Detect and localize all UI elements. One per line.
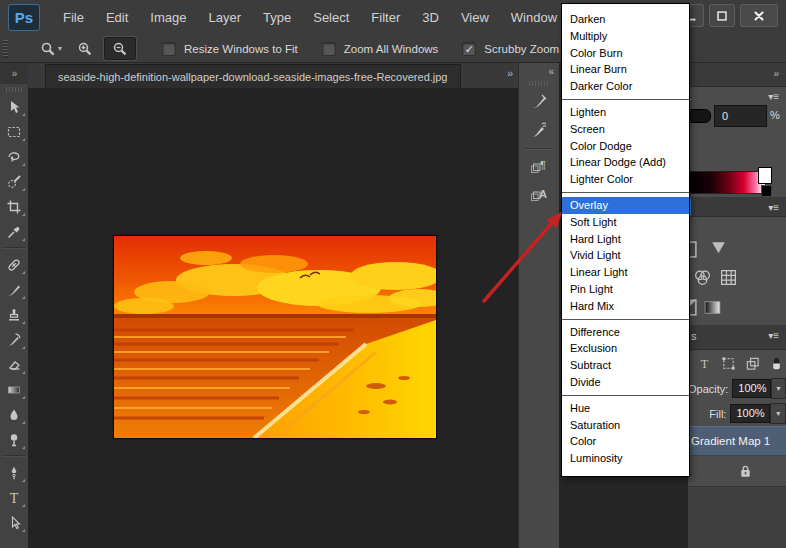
menu-layer[interactable]: Layer [198, 0, 253, 35]
checkbox-resize-windows-to-fit[interactable]: Resize Windows to Fit [162, 42, 298, 56]
tab-overflow-icon[interactable]: » [507, 67, 512, 79]
menu-type[interactable]: Type [252, 0, 302, 35]
circles-icon[interactable] [692, 267, 712, 287]
blend-mode-linear-light[interactable]: Linear Light [562, 264, 689, 281]
layer-row-background[interactable] [688, 455, 786, 486]
menu-file[interactable]: File [52, 0, 95, 35]
blend-mode-pin-light[interactable]: Pin Light [562, 281, 689, 298]
checkbox-box[interactable] [162, 42, 176, 56]
blend-mode-subtract[interactable]: Subtract [562, 357, 689, 374]
menu-image[interactable]: Image [139, 0, 197, 35]
eraser-tool[interactable] [0, 352, 28, 377]
menu-3d[interactable]: 3D [411, 0, 450, 35]
blend-mode-multiply[interactable]: Multiply [562, 28, 689, 45]
zoom-tool-select[interactable]: ▾ [36, 38, 66, 59]
menu-window[interactable]: Window [500, 0, 568, 35]
panel-menu-icon[interactable]: ▾≡ [768, 330, 779, 341]
blend-mode-darker-color[interactable]: Darker Color [562, 78, 689, 95]
character-styles-button[interactable]: A [524, 181, 554, 207]
options-bar-grip[interactable] [3, 40, 8, 58]
clone-stamp-tool[interactable] [0, 302, 28, 327]
pen-icon [6, 465, 22, 481]
gradient-box-icon[interactable] [702, 297, 722, 317]
opacity-value-field[interactable]: 100% [732, 379, 771, 398]
pen-tool[interactable] [0, 460, 28, 485]
marquee-tool[interactable] [0, 119, 28, 144]
layer-row-gradient-map[interactable]: Gradient Map 1 [688, 426, 786, 455]
blend-mode-linear-burn[interactable]: Linear Burn [562, 61, 689, 78]
blend-mode-difference[interactable]: Difference [562, 324, 689, 341]
close-button[interactable] [740, 4, 778, 27]
blend-mode-hard-light[interactable]: Hard Light [562, 231, 689, 248]
zoom-out-button[interactable] [104, 37, 136, 60]
opacity-dropdown-button[interactable]: ▾ [771, 378, 786, 399]
fill-value-field[interactable]: 100% [730, 404, 770, 423]
blur-tool[interactable] [0, 402, 28, 427]
expand-panel-button[interactable]: » [0, 62, 28, 85]
blend-mode-hard-mix[interactable]: Hard Mix [562, 298, 689, 315]
collapse-panels-button[interactable]: « [542, 62, 559, 79]
blend-mode-lighter-color[interactable]: Lighter Color [562, 171, 689, 188]
maximize-button[interactable] [709, 4, 735, 27]
healing-brush-tool[interactable] [0, 252, 28, 277]
crop-tool[interactable] [0, 194, 28, 219]
menu-edit[interactable]: Edit [95, 0, 139, 35]
fill-dropdown-button[interactable]: ▾ [770, 403, 786, 424]
path-selection-tool[interactable] [0, 510, 28, 535]
lasso-tool[interactable] [0, 144, 28, 169]
seaside-image[interactable] [113, 235, 437, 439]
grid-icon[interactable] [718, 267, 738, 287]
brush-presets-button[interactable] [524, 117, 554, 143]
layers-filter-icon[interactable] [745, 356, 760, 371]
dodge-tool[interactable] [0, 427, 28, 452]
toolbar-grip[interactable] [6, 87, 22, 92]
blend-mode-lighten[interactable]: Lighten [562, 104, 689, 121]
brush-tool[interactable] [0, 277, 28, 302]
blend-mode-overlay[interactable]: Overlay [562, 197, 689, 214]
panel-menu-icon[interactable]: ▾≡ [768, 202, 779, 213]
blend-mode-color-burn[interactable]: Color Burn [562, 45, 689, 62]
toggle-filter-icon[interactable] [769, 356, 784, 371]
history-brush-tool[interactable] [0, 327, 28, 352]
move-tool[interactable] [0, 94, 28, 119]
gradient-stop-white[interactable] [758, 167, 772, 184]
dock-grip[interactable] [529, 81, 549, 86]
blend-mode-saturation[interactable]: Saturation [562, 417, 689, 434]
blend-mode-color[interactable]: Color [562, 433, 689, 450]
tools-panel: T [0, 84, 29, 548]
paragraph-styles-button[interactable]: ¶ [524, 153, 554, 179]
quick-selection-tool[interactable] [0, 169, 28, 194]
menu-filter[interactable]: Filter [360, 0, 411, 35]
blend-mode-linear-dodge-add[interactable]: Linear Dodge (Add) [562, 154, 689, 171]
checkbox-zoom-all-windows[interactable]: Zoom All Windows [322, 42, 439, 56]
gradient-ramp[interactable] [689, 171, 766, 194]
checkbox-box[interactable]: ✓ [462, 42, 476, 56]
zoom-in-button[interactable] [70, 38, 100, 59]
triangle-icon[interactable] [708, 237, 728, 257]
eyedropper-tool[interactable] [0, 219, 28, 244]
collapse-to-icons-button[interactable]: » [773, 68, 778, 79]
document-tab[interactable]: seaside-high-definition-wallpaper-downlo… [45, 64, 461, 88]
blend-mode-luminosity[interactable]: Luminosity [562, 450, 689, 467]
type-tool[interactable]: T [0, 485, 28, 510]
blend-mode-exclusion[interactable]: Exclusion [562, 340, 689, 357]
type-filter-icon[interactable]: T [697, 356, 712, 371]
checkbox-scrubby-zoom[interactable]: ✓Scrubby Zoom [462, 42, 559, 56]
shape-filter-icon[interactable] [721, 356, 736, 371]
panel-menu-icon[interactable]: ▾≡ [768, 91, 779, 102]
blend-mode-darken[interactable]: Darken [562, 11, 689, 28]
blend-mode-divide[interactable]: Divide [562, 374, 689, 391]
gradient-tool[interactable] [0, 377, 28, 402]
properties-value-field[interactable]: 0 [714, 105, 767, 127]
blend-mode-hue[interactable]: Hue [562, 400, 689, 417]
checkbox-box[interactable] [322, 42, 336, 56]
layers-tab-label[interactable]: s [691, 330, 697, 342]
blend-mode-vivid-light[interactable]: Vivid Light [562, 247, 689, 264]
blend-mode-soft-light[interactable]: Soft Light [562, 214, 689, 231]
gradient-stop-black[interactable] [761, 185, 772, 197]
menu-select[interactable]: Select [302, 0, 360, 35]
blend-mode-color-dodge[interactable]: Color Dodge [562, 138, 689, 155]
menu-view[interactable]: View [450, 0, 500, 35]
blend-mode-screen[interactable]: Screen [562, 121, 689, 138]
brush-panel-button[interactable] [524, 89, 554, 115]
